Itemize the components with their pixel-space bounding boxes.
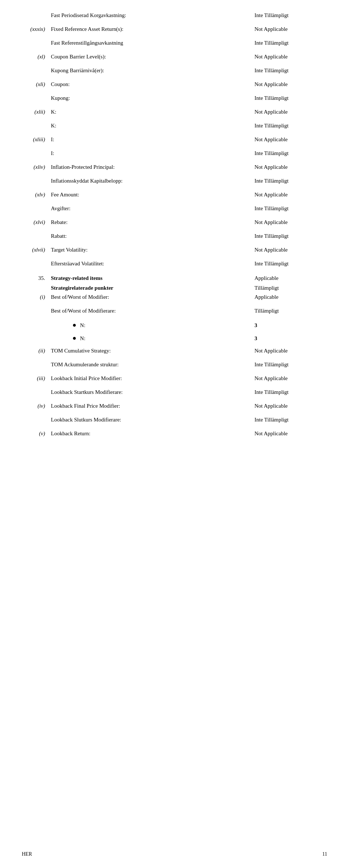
bullet-row-n2: ● N: 3 (22, 333, 327, 346)
row-xliii-en: (xliii) I: Not Applicable (22, 135, 327, 149)
bullet-value-n1: 3 (254, 322, 327, 329)
bullet-symbol-n1: ● (72, 322, 76, 328)
value-35-en: Applicable (254, 275, 327, 281)
value-xxxix-en: Not Applicable (254, 26, 327, 32)
row-v-en: (v) Lookback Return: Not Applicable (22, 429, 327, 443)
value-xlii-sv: Inte Tillämpligt (254, 123, 327, 129)
num-v: (v) (22, 431, 51, 437)
bullet-indent-n1: ● (51, 322, 80, 328)
page-content: Fast Periodiserad Korgavkastning: Inte T… (0, 0, 349, 472)
num-xliii: (xliii) (22, 136, 51, 143)
label-xlv-sv: Avgifter: (51, 205, 254, 212)
row-xliv-en: (xliv) Inflation-Protected Principal: No… (22, 163, 327, 176)
bullet-label-n2: N: (80, 335, 254, 342)
row-xlv-en: (xlv) Fee Amount: Not Applicable (22, 190, 327, 204)
label-xlvii-sv: Eftersträavad Volatilitet: (51, 261, 254, 267)
row-xliii-sv: I: Inte Tillämpligt (22, 149, 327, 163)
value-xli-sv: Inte Tillämpligt (254, 95, 327, 101)
row-xlvi-en: (xlvi) Rebate: Not Applicable (22, 218, 327, 232)
label-xlii-sv: K: (51, 123, 254, 129)
value-fast-periodiserad: Inte Tillämpligt (254, 12, 327, 19)
value-xxxix-sv: Inte Tillämpligt (254, 40, 327, 46)
row-iii-sv: Lookback Startkurs Modifierare: Inte Til… (22, 388, 327, 402)
value-iii-en: Not Applicable (254, 375, 327, 382)
num-xlii: (xlii) (22, 109, 51, 115)
num-xliv: (xliv) (22, 164, 51, 170)
label-xli-sv: Kupong: (51, 95, 254, 101)
num-xlv: (xlv) (22, 192, 51, 198)
row-xlii-en: (xlii) K: Not Applicable (22, 107, 327, 121)
section-35: 35. Strategy-related items Applicable (22, 273, 327, 284)
row-xlii-sv: K: Inte Tillämpligt (22, 121, 327, 135)
row-iv-sv: Lookback Slutkurs Modifierare: Inte Till… (22, 415, 327, 429)
row-fast-periodiserad: Fast Periodiserad Korgavkastning: Inte T… (22, 11, 327, 25)
label-35-sv: Strategirelaterade punkter (51, 285, 254, 291)
value-i-sv: Tillämpligt (254, 308, 327, 314)
label-35-en: Strategy-related items (51, 275, 254, 281)
row-xlvii-en: (xlvii) Target Volatility: Not Applicabl… (22, 245, 327, 259)
row-xl-sv: Kupong Barriärnivå(er): Inte Tillämpligt (22, 66, 327, 80)
value-xl-en: Not Applicable (254, 54, 327, 60)
value-xlvii-en: Not Applicable (254, 247, 327, 253)
num-xlvii: (xlvii) (22, 247, 51, 253)
num-35: 35. (22, 275, 51, 281)
row-xlv-sv: Avgifter: Inte Tillämpligt (22, 204, 327, 218)
value-xlv-sv: Inte Tillämpligt (254, 205, 327, 212)
footer-left: HER (22, 851, 32, 857)
row-iii-en: (iii) Lookback Initial Price Modifier: N… (22, 374, 327, 388)
bullet-label-n1: N: (80, 322, 254, 329)
bullet-row-n1: ● N: 3 (22, 320, 327, 333)
bullet-indent-n2: ● (51, 335, 80, 341)
row-xli-sv: Kupong: Inte Tillämpligt (22, 94, 327, 107)
value-xli-en: Not Applicable (254, 81, 327, 87)
value-xl-sv: Inte Tillämpligt (254, 68, 327, 74)
row-iv-en: (iv) Lookback Final Price Modifier: Not … (22, 402, 327, 415)
page-footer: HER 11 (22, 851, 327, 857)
value-iv-sv: Inte Tillämpligt (254, 417, 327, 423)
num-iii: (iii) (22, 375, 51, 382)
label-fast-periodiserad: Fast Periodiserad Korgavkastning: (51, 12, 254, 19)
value-iii-sv: Inte Tillämpligt (254, 389, 327, 395)
num-xl: (xl) (22, 54, 51, 60)
label-xliv-en: Inflation-Protected Principal: (51, 164, 254, 170)
label-xlvi-en: Rebate: (51, 219, 254, 225)
num-ii: (ii) (22, 348, 51, 354)
value-xliv-sv: Inte Tillämpligt (254, 178, 327, 184)
value-iv-en: Not Applicable (254, 403, 327, 409)
label-xlvii-en: Target Volatility: (51, 247, 254, 253)
label-xli-en: Coupon: (51, 81, 254, 87)
bullet-value-n2: 3 (254, 335, 327, 342)
row-xliv-sv: Inflationsskyddat Kapitalbelopp: Inte Ti… (22, 176, 327, 190)
label-iv-sv: Lookback Slutkurs Modifierare: (51, 417, 254, 423)
label-iv-en: Lookback Final Price Modifier: (51, 403, 254, 409)
value-v-en: Not Applicable (254, 431, 327, 437)
label-xl-en: Coupon Barrier Level(s): (51, 54, 254, 60)
value-xliii-en: Not Applicable (254, 136, 327, 143)
value-ii-en: Not Applicable (254, 348, 327, 354)
footer-right: 11 (322, 851, 327, 857)
bullet-symbol-n2: ● (72, 335, 76, 341)
num-iv: (iv) (22, 403, 51, 409)
value-ii-sv: Inte Tillämpligt (254, 362, 327, 368)
num-xli: (xli) (22, 81, 51, 87)
value-xliii-sv: Inte Tillämpligt (254, 150, 327, 156)
row-xl-en: (xl) Coupon Barrier Level(s): Not Applic… (22, 52, 327, 66)
label-i-en: Best of/Worst of Modifier: (51, 294, 254, 300)
row-i-en: (i) Best of/Worst of Modifier: Applicabl… (22, 293, 327, 306)
num-xxxix: (xxxix) (22, 26, 51, 32)
value-xlvi-sv: Inte Tillämpligt (254, 233, 327, 239)
label-xliii-sv: I: (51, 150, 254, 156)
label-xlii-en: K: (51, 109, 254, 115)
label-ii-en: TOM Cumulative Strategy: (51, 348, 254, 354)
label-xliii-en: I: (51, 136, 254, 143)
value-xlv-en: Not Applicable (254, 192, 327, 198)
row-xlvii-sv: Eftersträavad Volatilitet: Inte Tillämpl… (22, 259, 327, 273)
value-xlvi-en: Not Applicable (254, 219, 327, 225)
row-xxxix-en: (xxxix) Fixed Reference Asset Return(s):… (22, 25, 327, 38)
label-xxxix-sv: Fast Referenstillgångsavkastning (51, 40, 254, 46)
value-i-en: Applicable (254, 294, 327, 300)
label-iii-sv: Lookback Startkurs Modifierare: (51, 389, 254, 395)
label-iii-en: Lookback Initial Price Modifier: (51, 375, 254, 382)
row-i-sv: Best of/Worst of Modifierare: Tillämplig… (22, 306, 327, 320)
row-xli-en: (xli) Coupon: Not Applicable (22, 80, 327, 94)
